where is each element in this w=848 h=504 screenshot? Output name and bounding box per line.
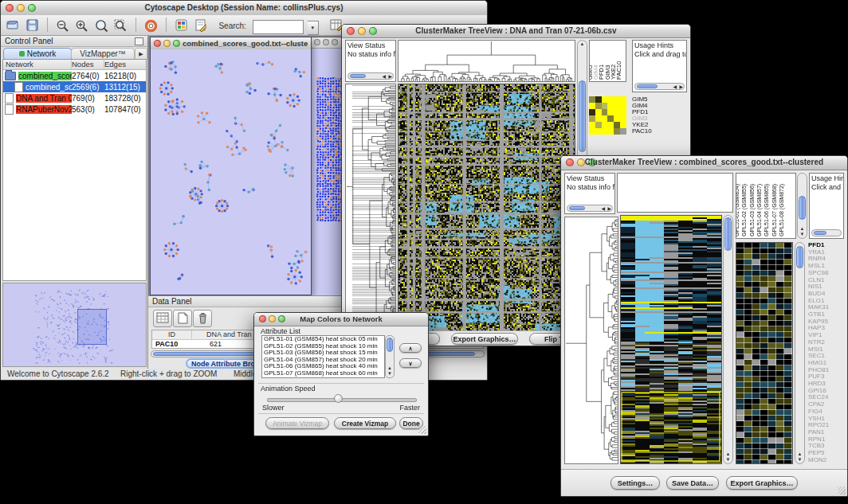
- zoom-in-icon[interactable]: [74, 18, 90, 33]
- create-vizmap-button[interactable]: Create Vizmap: [334, 417, 396, 429]
- column-dendrogram[interactable]: [398, 40, 575, 82]
- global-heatmap[interactable]: [620, 215, 722, 464]
- new-attribute-icon[interactable]: [173, 310, 192, 327]
- dense-network-cluster[interactable]: [316, 77, 343, 222]
- zoom-cell: [589, 103, 595, 109]
- zoom-cell: [607, 115, 614, 122]
- usage-hints-scrollbar[interactable]: ◀▶: [634, 83, 685, 90]
- view-status-text: No status info f: [346, 49, 395, 58]
- zoom-cell: [607, 128, 614, 135]
- network-canvas[interactable]: [151, 49, 311, 295]
- delete-attribute-trash-icon[interactable]: [193, 310, 212, 327]
- divider: [258, 383, 424, 384]
- global-heatmap[interactable]: [398, 84, 575, 331]
- map-colors-dialog: Map Colors to Network Attribute List GPL…: [253, 312, 429, 436]
- save-data-button[interactable]: Save Data…: [666, 476, 719, 490]
- settings-button[interactable]: Settings…: [610, 476, 660, 490]
- data-col-id: ID: [152, 330, 192, 339]
- network-window-title: combined_scores_good.txt--cluste…: [183, 39, 308, 48]
- network-edges-count: 16218(0): [104, 72, 146, 80]
- attribute-item[interactable]: GPL51-07 (GSM868) heat shock 60 min: [262, 370, 384, 377]
- minimize-button[interactable]: [163, 40, 171, 47]
- usage-hints-text: Click and: [810, 182, 843, 191]
- usage-hints-text: Click and drag to: [633, 49, 686, 58]
- zoom-cell: [595, 103, 602, 109]
- zoom-cell: [620, 128, 626, 135]
- zoom-heatmap[interactable]: [736, 242, 793, 464]
- open-session-button[interactable]: [5, 18, 21, 33]
- view-status-scrollbar[interactable]: ◀▶: [567, 205, 613, 212]
- network-table-row[interactable]: RNAPuberNov2+563(0)107847(0): [3, 104, 146, 115]
- main-titlebar[interactable]: Cytoscape Desktop (Session Name: collins…: [1, 1, 487, 16]
- dialog-titlebar[interactable]: Map Colors to Network: [254, 313, 428, 326]
- network-window-titlebar[interactable]: combined_scores_good.txt--cluste…: [151, 37, 311, 50]
- gene-label: YSH1: [808, 416, 845, 423]
- move-up-button[interactable]: ∧: [399, 343, 422, 353]
- viewport-indicator[interactable]: [77, 309, 107, 345]
- gene-label: BUD4: [808, 291, 845, 298]
- zoom-cell: [620, 122, 626, 128]
- zoom-cell: [614, 128, 620, 135]
- zoom-cell: [607, 96, 614, 103]
- zoom-button[interactable]: [173, 40, 180, 47]
- global-vscrollbar[interactable]: ▲▼: [723, 215, 733, 464]
- row-dendrogram[interactable]: [345, 84, 396, 331]
- move-down-button[interactable]: ∨: [399, 358, 422, 368]
- column-label: GPL51-06 (GSM865): [764, 184, 769, 236]
- slider-thumb[interactable]: [334, 394, 343, 403]
- usage-hints-scrollbar[interactable]: [811, 229, 842, 236]
- toolbar-separator: [166, 18, 167, 32]
- resize-grip[interactable]: [418, 426, 426, 434]
- network-table-header[interactable]: Network Nodes Edges: [3, 60, 146, 70]
- faster-label: Faster: [399, 404, 420, 412]
- minimize-button[interactable]: [323, 39, 329, 45]
- gene-label: YKE2: [632, 122, 665, 128]
- row-dendrogram[interactable]: [564, 217, 618, 464]
- attribute-list-scrollbar[interactable]: ▲▼: [385, 335, 395, 378]
- column-label: GPL51-02 (GSM855): [741, 184, 747, 236]
- network-table-row[interactable]: DNA and Tran 07769(0)183728(0): [3, 92, 146, 104]
- view-status-scrollbar[interactable]: ◀▶: [347, 72, 394, 80]
- zoom-selected-icon[interactable]: [113, 18, 129, 33]
- treeview2-titlebar[interactable]: ClusterMaker TreeView : combined_scores_…: [561, 156, 847, 170]
- gene-label: PEP5: [808, 450, 845, 457]
- export-graphics-button[interactable]: Export Graphics…: [451, 333, 518, 345]
- resize-grip[interactable]: [838, 486, 846, 494]
- zoom-out-icon[interactable]: [54, 18, 70, 33]
- zoom-cell: [602, 128, 608, 135]
- network-table-row[interactable]: combined_scores2764(0)16218(0): [3, 70, 146, 81]
- column-tree-panel[interactable]: [617, 173, 733, 213]
- zoom-heatmap[interactable]: [589, 96, 626, 135]
- attribute-list[interactable]: GPL51-01 (GSM854) heat shock 05 minGPL51…: [261, 335, 385, 378]
- float-panel-icon[interactable]: [135, 37, 143, 45]
- close-button[interactable]: [314, 39, 320, 45]
- attribute-table-icon[interactable]: [153, 310, 172, 327]
- network-table-row[interactable]: combined_sco2569(6)13112(15): [3, 81, 146, 92]
- treeview1-titlebar[interactable]: ClusterMaker TreeView : DNA and Tran 07-…: [342, 25, 690, 38]
- treeview2-buttonbar: Settings… Save Data… Export Graphics…: [561, 469, 847, 496]
- gene-label: PUF3: [808, 373, 845, 381]
- zoom-button[interactable]: [332, 39, 338, 45]
- close-button[interactable]: [154, 40, 161, 47]
- gene-label: CLN1: [808, 277, 845, 284]
- divider: [258, 413, 424, 414]
- help-lifebuoy-icon[interactable]: [143, 18, 159, 33]
- folder-icon: [5, 72, 16, 80]
- network-view-window[interactable]: combined_scores_good.txt--cluste…: [150, 37, 312, 295]
- column-label: GPL51-08 (GSM872): [779, 184, 784, 236]
- zoom-cell: [589, 128, 595, 135]
- save-session-button[interactable]: [24, 18, 40, 33]
- zoom-vscrollbar[interactable]: ▲▼: [795, 242, 805, 464]
- annotation-note-icon[interactable]: [193, 18, 209, 33]
- search-dropdown-arrow[interactable]: ▼: [308, 21, 319, 35]
- zoom-fit-icon[interactable]: [93, 18, 109, 33]
- gene-label: PHO81: [808, 367, 845, 374]
- birdseye-overview[interactable]: [2, 283, 147, 367]
- zoom-cell: [595, 109, 602, 115]
- vizmapper-palette-icon[interactable]: [174, 18, 190, 33]
- search-input[interactable]: [253, 20, 304, 34]
- export-graphics-button[interactable]: Export Graphics…: [726, 476, 798, 490]
- animate-vizmap-button[interactable]: Animate Vizmap: [265, 417, 329, 429]
- column-labels-scrollbar[interactable]: ▲▼: [797, 173, 807, 239]
- gene-label: HAP3: [808, 325, 845, 332]
